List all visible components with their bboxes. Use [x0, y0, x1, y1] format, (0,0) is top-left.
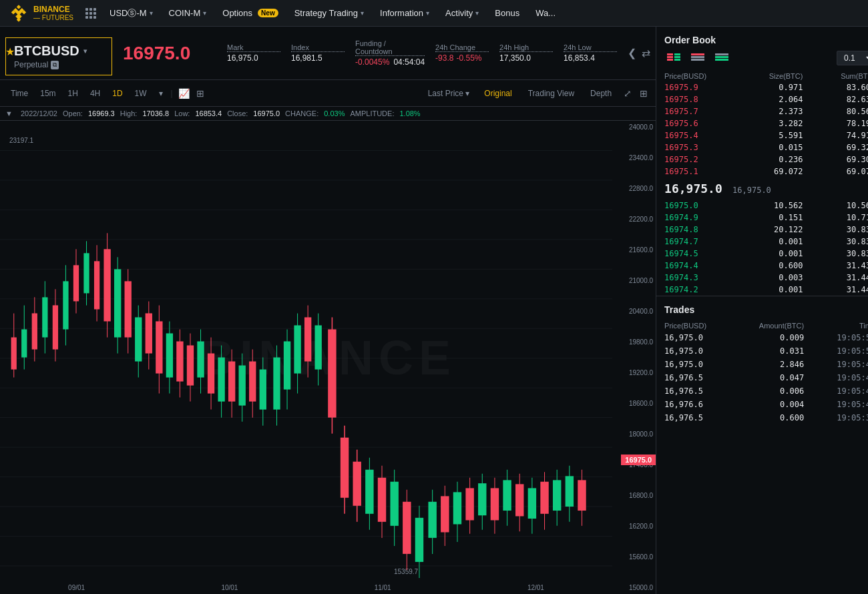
funding-label: Funding / Countdown	[355, 39, 425, 56]
timeframe-15m[interactable]: 15m	[35, 86, 61, 101]
chevron-down-icon: ▾	[475, 9, 479, 17]
amp-value-ohlc: 1.08%	[399, 109, 420, 117]
ohlc-toggle-icon[interactable]: ▼	[5, 109, 13, 117]
orderbook-both-view-btn[interactable]	[664, 51, 683, 65]
svg-rect-102	[453, 492, 461, 524]
decimal-selector[interactable]: 0.1 0.01 1	[837, 51, 868, 65]
mark-label: Mark	[227, 43, 280, 52]
svg-rect-82	[328, 329, 336, 417]
layout-icon[interactable]: ⊞	[637, 85, 650, 101]
orderbook-sell-view-btn[interactable]	[688, 51, 707, 65]
symbol-selector[interactable]: BTCBUSD ▾ Perpetual ⧉	[5, 37, 112, 75]
last-price-selector[interactable]: Last Price ▾	[423, 86, 475, 101]
symbol-header: ★ BTCBUSD ▾ Perpetual ⧉ 16975.0 Mark 16,…	[0, 27, 656, 80]
tab-original[interactable]: Original	[477, 87, 518, 100]
svg-rect-108	[491, 488, 499, 520]
bid-row[interactable]: 16974.2 0.001 31.441	[656, 284, 868, 296]
nav-coin-m[interactable]: COIN-M ▾	[162, 0, 214, 27]
svg-rect-78	[304, 317, 311, 361]
chart-controls-bar: Time 15m 1H 4H 1D 1W ▾ | 📈 ⊞ Last Price …	[0, 80, 656, 107]
bid-row[interactable]: 16974.8 20.122 30.835	[656, 224, 868, 236]
trade-price-cell: 16,975.0	[656, 358, 732, 371]
svg-rect-133	[715, 56, 728, 58]
nav-bonus[interactable]: Bonus	[488, 0, 526, 27]
mid-price-secondary: 16,975.0	[732, 186, 771, 195]
expand-icon[interactable]: ⤢	[621, 85, 634, 101]
ask-row[interactable]: 16975.1 69.072 69.072	[656, 166, 868, 178]
open-value: 16969.3	[88, 109, 115, 117]
svg-rect-70	[260, 370, 266, 410]
change-label-ohlc: CHANGE:	[285, 109, 318, 117]
ask-size-cell: 5.591	[740, 129, 811, 141]
low-label: 24h Low	[564, 43, 617, 52]
ask-row[interactable]: 16975.8 2.064 82.633	[656, 93, 868, 105]
timeframe-1h[interactable]: 1H	[63, 86, 83, 101]
bid-sum-cell: 10.713	[811, 212, 868, 224]
low-value: 16,853.4	[564, 53, 617, 63]
svg-rect-68	[249, 362, 256, 402]
nav-usds-m[interactable]: USDⓢ-M ▾	[103, 0, 160, 27]
trade-time-cell: 19:05:50	[812, 344, 868, 358]
ask-row[interactable]: 16975.4 5.591 74.914	[656, 129, 868, 141]
ask-sum-cell: 83.604	[811, 81, 868, 93]
svg-rect-123	[667, 53, 673, 55]
scroll-arrows[interactable]: ❮ ⇄	[628, 47, 650, 59]
svg-rect-127	[674, 56, 680, 58]
bid-price-cell: 16974.3	[656, 272, 739, 284]
svg-rect-104	[465, 488, 473, 520]
trade-price-cell: 16,975.0	[656, 344, 732, 358]
line-chart-icon[interactable]: 📈	[176, 85, 192, 101]
tab-trading-view[interactable]: Trading View	[521, 87, 581, 100]
ask-row[interactable]: 16975.2 0.236 69.308	[656, 154, 868, 166]
nav-options[interactable]: Options New	[216, 0, 284, 27]
main-layout: ★ BTCBUSD ▾ Perpetual ⧉ 16975.0 Mark 16,…	[0, 27, 868, 594]
timeframe-4h[interactable]: 4H	[85, 86, 105, 101]
nav-information[interactable]: Information ▾	[373, 0, 436, 27]
bid-row[interactable]: 16975.0 10.562 10.562	[656, 200, 868, 212]
orderbook-buy-view-btn[interactable]	[712, 51, 731, 65]
ask-sum-cell: 69.323	[811, 141, 868, 154]
bid-row[interactable]: 16974.7 0.001 30.836	[656, 236, 868, 248]
logo-name: BINANCE	[33, 5, 73, 14]
more-timeframes-icon[interactable]: ▾	[154, 86, 168, 101]
chart-canvas-area[interactable]: BINANCE 24000.0 23400.0 22800.0 22200.0 …	[0, 121, 656, 594]
svg-rect-58	[197, 341, 204, 377]
orderbook-table: Price(BUSD) Size(BTC) Sum(BTC) 16975.9 0…	[656, 71, 868, 296]
candle-chart-icon[interactable]: ⊞	[194, 85, 207, 101]
logo[interactable]: BINANCE — FUTURES	[8, 3, 73, 24]
ohlc-date: 2022/12/02	[21, 109, 57, 117]
nav-wallet[interactable]: Wa...	[529, 0, 562, 27]
trade-amount-cell: 0.031	[732, 344, 812, 358]
bid-row[interactable]: 16974.9 0.151 10.713	[656, 212, 868, 224]
trade-price-cell: 16,976.5	[656, 384, 732, 398]
svg-rect-110	[503, 480, 511, 511]
timeframe-1w[interactable]: 1W	[130, 86, 152, 101]
trade-row: 16,976.6 0.004 19:05:41	[656, 398, 868, 411]
ask-sum-cell: 80.569	[811, 105, 868, 117]
bid-size-cell: 0.001	[740, 236, 811, 248]
timeframe-1d[interactable]: 1D	[107, 86, 128, 101]
change-label: 24h Change	[435, 43, 489, 52]
svg-rect-94	[403, 502, 411, 554]
bid-row[interactable]: 16974.3 0.003 31.440	[656, 272, 868, 284]
ask-row[interactable]: 16975.3 0.015 69.323	[656, 141, 868, 154]
trade-amount-cell: 0.009	[732, 331, 812, 344]
bid-row[interactable]: 16974.5 0.001 30.837	[656, 248, 868, 260]
convert-icon[interactable]: ⇄	[642, 47, 650, 59]
change-group: 24h Change -93.8 -0.55%	[435, 43, 489, 63]
svg-rect-22	[11, 337, 17, 369]
nav-strategy-trading[interactable]: Strategy Trading ▾	[288, 0, 371, 27]
ask-row[interactable]: 16975.7 2.373 80.569	[656, 105, 868, 117]
svg-rect-114	[528, 488, 536, 519]
apps-grid-icon[interactable]	[85, 8, 96, 19]
ask-row[interactable]: 16975.9 0.971 83.604	[656, 81, 868, 93]
bid-row[interactable]: 16974.4 0.600 31.437	[656, 260, 868, 272]
nav-activity[interactable]: Activity ▾	[439, 0, 485, 27]
favorite-star-icon[interactable]: ★	[5, 45, 15, 58]
tab-depth[interactable]: Depth	[584, 87, 618, 100]
arrow-left-icon[interactable]: ❮	[628, 47, 636, 59]
high-label-ohlc: High:	[120, 109, 138, 117]
ask-row[interactable]: 16975.6 3.282 78.196	[656, 117, 868, 129]
svg-rect-129	[691, 53, 704, 55]
chevron-down-icon: ▾	[426, 9, 429, 17]
